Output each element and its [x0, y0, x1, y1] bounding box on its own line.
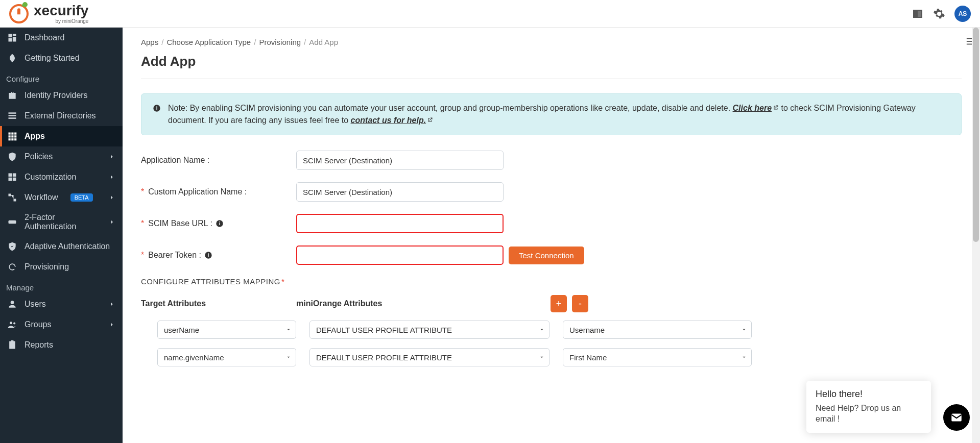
click-here-link[interactable]: Click here: [733, 104, 779, 112]
mail-icon: [950, 411, 963, 424]
crumb-current: Add App: [309, 38, 338, 46]
shield-icon: [7, 152, 17, 162]
sidebar-section-manage: Manage: [0, 277, 123, 294]
sidebar-item-label: Users: [25, 300, 46, 309]
svg-rect-22: [9, 194, 11, 196]
chat-button[interactable]: [943, 404, 970, 431]
help-icon[interactable]: i: [216, 219, 224, 228]
svg-rect-13: [11, 135, 13, 137]
sidebar-item-reports[interactable]: Reports: [0, 335, 123, 355]
svg-rect-23: [14, 199, 16, 202]
select-miniorange-attr[interactable]: DEFAULT USER PROFILE ATTRIBUTE: [309, 348, 549, 366]
svg-rect-16: [11, 138, 13, 140]
sidebar-item-label: Identity Providers: [25, 91, 88, 100]
gear-icon[interactable]: [933, 8, 945, 20]
svg-rect-20: [9, 178, 12, 181]
sidebar-item-apps[interactable]: Apps: [0, 126, 123, 146]
brand-name: xecurify: [34, 4, 88, 18]
sidebar-item-label: Reports: [25, 340, 53, 350]
chevron-right-icon: [108, 321, 115, 328]
workflow-icon: [7, 192, 17, 203]
crumb-apps[interactable]: Apps: [141, 38, 158, 46]
sidebar-item-customization[interactable]: Customization: [0, 167, 123, 187]
svg-rect-24: [9, 220, 16, 224]
crumb-choose-type[interactable]: Choose Application Type: [166, 38, 251, 46]
sidebar-item-getting-started[interactable]: Getting Started: [0, 48, 123, 68]
sidebar-item-label: Policies: [25, 152, 53, 161]
svg-rect-0: [914, 11, 918, 17]
sidebar-item-provisioning[interactable]: Provisioning: [0, 257, 123, 277]
label-custom-name: *Custom Application Name :: [141, 187, 296, 196]
target-attributes-heading: Target Attributes: [141, 299, 282, 308]
svg-rect-17: [14, 138, 16, 140]
sidebar-item-dashboard[interactable]: Dashboard: [0, 28, 123, 48]
crumb-provisioning[interactable]: Provisioning: [259, 38, 301, 46]
sidebar-item-workflow[interactable]: Workflow BETA: [0, 187, 123, 208]
label-app-name: Application Name :: [141, 156, 296, 165]
remove-row-button[interactable]: -: [572, 295, 588, 312]
briefcase-icon: [7, 90, 17, 101]
select-profile-attr[interactable]: Username: [563, 321, 752, 339]
svg-text:i: i: [156, 106, 158, 111]
select-miniorange-attr[interactable]: DEFAULT USER PROFILE ATTRIBUTE: [309, 321, 549, 339]
sidebar-item-2fa[interactable]: 2-Factor Authentication: [0, 208, 123, 236]
info-icon: i: [153, 104, 161, 112]
input-custom-name[interactable]: [296, 182, 504, 202]
group-icon: [7, 319, 17, 330]
book-icon[interactable]: [912, 8, 924, 20]
help-icon[interactable]: i: [204, 251, 212, 259]
sidebar-item-users[interactable]: Users: [0, 294, 123, 314]
scrollbar[interactable]: [972, 28, 980, 443]
puzzle-icon: [7, 172, 17, 182]
sidebar-item-label: 2-Factor Authentication: [25, 213, 102, 231]
svg-rect-14: [14, 135, 16, 137]
sidebar-item-label: Getting Started: [25, 54, 80, 63]
sync-icon: [7, 262, 17, 272]
avatar[interactable]: AS: [954, 6, 971, 22]
clipboard-icon: [7, 340, 17, 350]
sidebar-item-label: Customization: [25, 173, 76, 182]
svg-rect-7: [9, 115, 16, 116]
sidebar-item-adaptive-auth[interactable]: Adaptive Authentication: [0, 236, 123, 257]
svg-point-27: [13, 322, 15, 324]
input-scim-url[interactable]: [296, 214, 504, 233]
chat-help-text: Need Help? Drop us an email !: [816, 403, 922, 425]
svg-text:i: i: [219, 221, 221, 226]
chevron-right-icon: [108, 194, 115, 201]
chevron-right-icon: [108, 301, 115, 308]
sidebar-item-label: Groups: [25, 320, 51, 329]
divider: [141, 79, 962, 79]
svg-point-25: [11, 301, 14, 304]
svg-rect-12: [9, 135, 11, 137]
input-app-name[interactable]: [296, 151, 504, 170]
sidebar-item-label: Provisioning: [25, 262, 69, 272]
sidebar-item-label: External Directories: [25, 111, 96, 120]
select-target-attr[interactable]: name.givenName: [157, 348, 296, 366]
chevron-right-icon: [108, 174, 115, 181]
label-bearer-token: * Bearer Token : i: [141, 251, 296, 260]
sidebar-item-groups[interactable]: Groups: [0, 314, 123, 335]
svg-rect-4: [13, 37, 16, 41]
svg-rect-1: [918, 11, 921, 17]
svg-rect-6: [9, 112, 16, 114]
miniorange-attributes-heading: miniOrange Attributes: [296, 299, 536, 308]
svg-rect-11: [14, 133, 16, 135]
key-icon: [7, 217, 17, 227]
user-icon: [7, 299, 17, 309]
sidebar-item-policies[interactable]: Policies: [0, 146, 123, 167]
mapping-row: name.givenName DEFAULT USER PROFILE ATTR…: [141, 348, 962, 366]
sidebar-item-identity-providers[interactable]: Identity Providers: [0, 85, 123, 106]
svg-text:i: i: [208, 253, 209, 258]
svg-rect-8: [9, 117, 16, 119]
input-bearer-token[interactable]: [296, 245, 504, 265]
test-connection-button[interactable]: Test Connection: [509, 247, 584, 264]
chevron-right-icon: [109, 218, 115, 226]
select-profile-attr[interactable]: First Name: [563, 348, 752, 366]
chevron-right-icon: [108, 153, 115, 160]
note-text: Note: By enabling SCIM provisioning you …: [168, 104, 733, 112]
sidebar-item-external-directories[interactable]: External Directories: [0, 106, 123, 126]
chat-popup: Hello there! Need Help? Drop us an email…: [806, 381, 931, 433]
select-target-attr[interactable]: userName: [157, 321, 296, 339]
contact-link[interactable]: contact us for help.: [351, 116, 434, 125]
add-row-button[interactable]: +: [551, 295, 567, 312]
